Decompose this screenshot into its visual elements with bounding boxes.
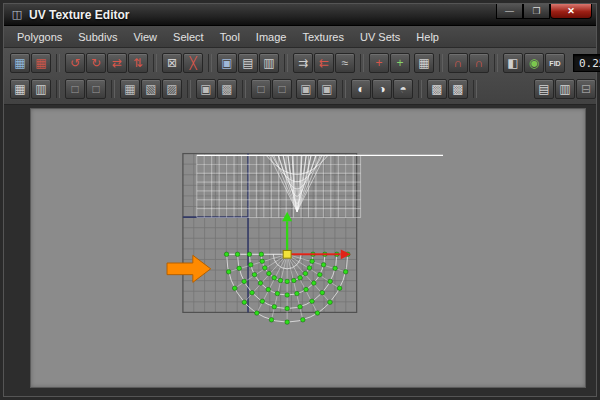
shade-uvs-button[interactable]: □ bbox=[251, 79, 271, 99]
selected-uv-point[interactable] bbox=[266, 287, 271, 291]
paste-uvs-button[interactable]: ▥ bbox=[555, 79, 575, 99]
selected-uv-point[interactable] bbox=[237, 266, 242, 270]
selected-uv-point[interactable] bbox=[321, 263, 326, 267]
minimize-button[interactable]: — bbox=[496, 4, 523, 19]
selected-uv-point[interactable] bbox=[269, 318, 274, 322]
close-button[interactable]: ✕ bbox=[550, 4, 592, 19]
checker-swatch-button[interactable]: ▩ bbox=[448, 79, 468, 99]
view-grid-button[interactable]: □ bbox=[86, 79, 106, 99]
selected-uv-point[interactable] bbox=[272, 276, 277, 280]
selected-uv-point[interactable] bbox=[337, 286, 342, 290]
isolate-select-toggle-button[interactable]: ▦ bbox=[120, 79, 140, 99]
selected-uv-point[interactable] bbox=[318, 272, 323, 276]
selected-uv-point[interactable] bbox=[260, 299, 265, 303]
texture-borders-button[interactable]: □ bbox=[272, 79, 292, 99]
menu-tool[interactable]: Tool bbox=[213, 29, 247, 45]
selected-uv-point[interactable] bbox=[260, 259, 265, 263]
menu-help[interactable]: Help bbox=[409, 29, 446, 45]
checker-map-button[interactable]: ◓ bbox=[393, 79, 413, 99]
selected-uv-point[interactable] bbox=[235, 252, 240, 256]
selected-uv-point[interactable] bbox=[312, 281, 317, 285]
baked-texture-swatch-button[interactable]: ▩ bbox=[427, 79, 447, 99]
maximize-button[interactable]: ❐ bbox=[523, 4, 550, 19]
menu-uv-sets[interactable]: UV Sets bbox=[353, 29, 407, 45]
merge-uvs-button[interactable]: ▥ bbox=[259, 53, 279, 73]
selected-uv-point[interactable] bbox=[320, 290, 325, 294]
uv-canvas-area[interactable] bbox=[30, 108, 586, 388]
selected-uv-point[interactable] bbox=[255, 311, 260, 315]
snap-to-grid-u-button[interactable]: ∩ bbox=[448, 53, 468, 73]
selected-uv-point[interactable] bbox=[328, 300, 333, 304]
selected-uv-point[interactable] bbox=[304, 287, 309, 291]
selected-uv-point[interactable] bbox=[267, 271, 272, 275]
selected-uv-point[interactable] bbox=[259, 252, 264, 256]
selected-uv-point[interactable] bbox=[242, 300, 247, 304]
menu-image[interactable]: Image bbox=[249, 29, 294, 45]
manipulator-center-handle[interactable] bbox=[283, 250, 291, 258]
selected-uv-point[interactable] bbox=[333, 266, 338, 270]
uv-grid-toggle-button[interactable]: ▦ bbox=[10, 53, 30, 73]
filtered-image-button[interactable]: ▩ bbox=[217, 79, 237, 99]
selected-uv-point[interactable] bbox=[328, 279, 333, 283]
selected-uv-point[interactable] bbox=[315, 311, 320, 315]
selected-uv-point[interactable] bbox=[258, 281, 263, 285]
u-coordinate-field[interactable]: 0.253 bbox=[573, 54, 600, 72]
align-u-button[interactable]: + bbox=[369, 53, 389, 73]
selected-uv-point[interactable] bbox=[285, 306, 290, 310]
uv-shell-plane[interactable] bbox=[197, 155, 443, 217]
rotate-cw-button[interactable]: ↻ bbox=[86, 53, 106, 73]
grid-snap-button[interactable]: ▦ bbox=[414, 53, 434, 73]
isolate-remove-button[interactable]: ▨ bbox=[162, 79, 182, 99]
dim-image-button[interactable]: □ bbox=[65, 79, 85, 99]
menu-subdivs[interactable]: Subdivs bbox=[71, 29, 124, 45]
flip-v-button[interactable]: ⇅ bbox=[128, 53, 148, 73]
selected-uv-point[interactable] bbox=[292, 278, 297, 282]
move-and-sew-button[interactable]: ▤ bbox=[238, 53, 258, 73]
align-v-button[interactable]: + bbox=[390, 53, 410, 73]
unitize-uvs-button[interactable]: ◉ bbox=[524, 53, 544, 73]
field-id-button[interactable]: FID bbox=[545, 53, 565, 73]
separate-uvs-button[interactable]: ⇇ bbox=[314, 53, 334, 73]
sew-uv-edges-button[interactable]: ▣ bbox=[217, 53, 237, 73]
isolate-add-button[interactable]: ▧ bbox=[141, 79, 161, 99]
relax-uvs-button[interactable]: ≈ bbox=[335, 53, 355, 73]
uv-grid-edit-button[interactable]: ▦ bbox=[31, 53, 51, 73]
flip-u-button[interactable]: ⇄ bbox=[107, 53, 127, 73]
image-display-toggle-button[interactable]: ▣ bbox=[196, 79, 216, 99]
menu-polygons[interactable]: Polygons bbox=[10, 29, 69, 45]
selected-uv-point[interactable] bbox=[295, 291, 300, 295]
uv-canvas[interactable] bbox=[31, 109, 585, 387]
selected-uv-point[interactable] bbox=[263, 266, 268, 270]
selected-uv-point[interactable] bbox=[285, 293, 290, 297]
selected-uv-point[interactable] bbox=[248, 263, 253, 267]
selected-uv-point[interactable] bbox=[275, 291, 280, 295]
selected-uv-point[interactable] bbox=[250, 290, 255, 294]
selected-uv-point[interactable] bbox=[242, 279, 247, 283]
display-rgb-channels-button[interactable]: ◐ bbox=[351, 79, 371, 99]
snap-to-grid-v-button[interactable]: ∩ bbox=[469, 53, 489, 73]
paste-u-value-button[interactable]: ⊟ bbox=[576, 79, 596, 99]
display-alpha-channel-button[interactable]: ◑ bbox=[372, 79, 392, 99]
selected-uv-point[interactable] bbox=[252, 272, 257, 276]
selected-uv-point[interactable] bbox=[278, 278, 283, 282]
selected-uv-point[interactable] bbox=[272, 304, 277, 308]
selected-uv-point[interactable] bbox=[310, 299, 315, 303]
cut-uv-edges-button[interactable]: ⊠ bbox=[162, 53, 182, 73]
selected-uv-point[interactable] bbox=[285, 320, 290, 324]
stack-shells-button[interactable]: ▣ bbox=[296, 79, 316, 99]
selected-uv-point[interactable] bbox=[247, 252, 252, 256]
unstack-shells-button[interactable]: ▣ bbox=[317, 79, 337, 99]
selected-uv-point[interactable] bbox=[310, 259, 315, 263]
selected-uv-point[interactable] bbox=[301, 318, 306, 322]
copy-uvs-button[interactable]: ▤ bbox=[534, 79, 554, 99]
translate-manipulator[interactable] bbox=[282, 212, 351, 259]
pixel-snap-button[interactable]: ▥ bbox=[31, 79, 51, 99]
selected-uv-point[interactable] bbox=[298, 304, 303, 308]
selected-uv-point[interactable] bbox=[343, 270, 348, 274]
selected-uv-point[interactable] bbox=[307, 266, 312, 270]
selected-uv-point[interactable] bbox=[298, 276, 303, 280]
selected-uv-point[interactable] bbox=[285, 279, 290, 283]
selected-uv-point[interactable] bbox=[232, 286, 237, 290]
split-uvs-button[interactable]: ╳ bbox=[183, 53, 203, 73]
titlebar[interactable]: ◫ UV Texture Editor — ❐ ✕ bbox=[4, 4, 596, 26]
